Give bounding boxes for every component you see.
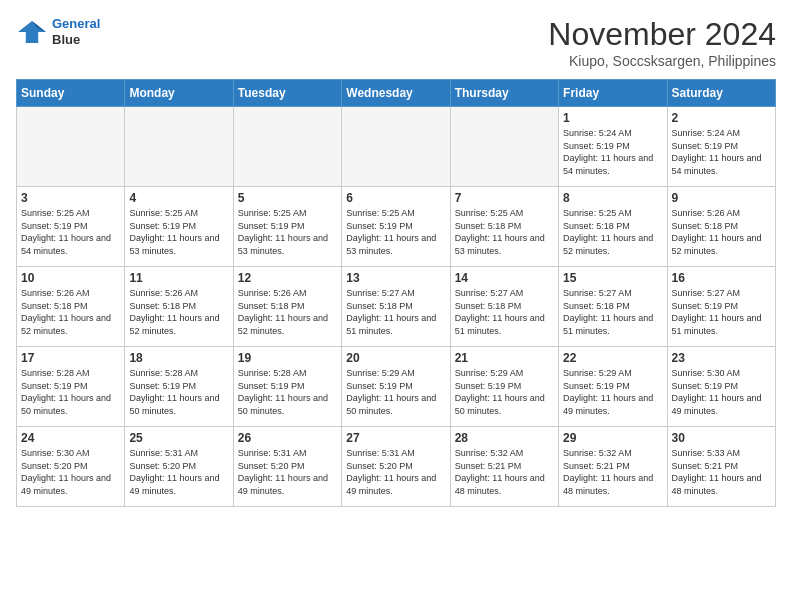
calendar-cell: 1Sunrise: 5:24 AM Sunset: 5:19 PM Daylig… xyxy=(559,107,667,187)
day-info: Sunrise: 5:27 AM Sunset: 5:18 PM Dayligh… xyxy=(346,287,445,337)
day-number: 12 xyxy=(238,271,337,285)
day-number: 26 xyxy=(238,431,337,445)
calendar-cell: 29Sunrise: 5:32 AM Sunset: 5:21 PM Dayli… xyxy=(559,427,667,507)
calendar-header-row: SundayMondayTuesdayWednesdayThursdayFrid… xyxy=(17,80,776,107)
day-number: 8 xyxy=(563,191,662,205)
calendar-cell: 13Sunrise: 5:27 AM Sunset: 5:18 PM Dayli… xyxy=(342,267,450,347)
day-info: Sunrise: 5:29 AM Sunset: 5:19 PM Dayligh… xyxy=(455,367,554,417)
day-info: Sunrise: 5:31 AM Sunset: 5:20 PM Dayligh… xyxy=(238,447,337,497)
day-number: 4 xyxy=(129,191,228,205)
day-number: 16 xyxy=(672,271,771,285)
weekday-header: Sunday xyxy=(17,80,125,107)
day-number: 11 xyxy=(129,271,228,285)
day-info: Sunrise: 5:24 AM Sunset: 5:19 PM Dayligh… xyxy=(672,127,771,177)
page-header: General Blue November 2024 Kiupo, Soccsk… xyxy=(16,16,776,69)
day-number: 27 xyxy=(346,431,445,445)
day-number: 15 xyxy=(563,271,662,285)
calendar-cell: 5Sunrise: 5:25 AM Sunset: 5:19 PM Daylig… xyxy=(233,187,341,267)
calendar-cell: 8Sunrise: 5:25 AM Sunset: 5:18 PM Daylig… xyxy=(559,187,667,267)
calendar-cell: 26Sunrise: 5:31 AM Sunset: 5:20 PM Dayli… xyxy=(233,427,341,507)
calendar-cell: 19Sunrise: 5:28 AM Sunset: 5:19 PM Dayli… xyxy=(233,347,341,427)
day-number: 29 xyxy=(563,431,662,445)
day-number: 3 xyxy=(21,191,120,205)
calendar-cell: 3Sunrise: 5:25 AM Sunset: 5:19 PM Daylig… xyxy=(17,187,125,267)
day-number: 17 xyxy=(21,351,120,365)
calendar-week-row: 24Sunrise: 5:30 AM Sunset: 5:20 PM Dayli… xyxy=(17,427,776,507)
calendar-cell xyxy=(17,107,125,187)
day-info: Sunrise: 5:28 AM Sunset: 5:19 PM Dayligh… xyxy=(129,367,228,417)
calendar-cell: 28Sunrise: 5:32 AM Sunset: 5:21 PM Dayli… xyxy=(450,427,558,507)
location-subtitle: Kiupo, Soccsksargen, Philippines xyxy=(548,53,776,69)
day-info: Sunrise: 5:25 AM Sunset: 5:19 PM Dayligh… xyxy=(129,207,228,257)
calendar-cell xyxy=(342,107,450,187)
day-number: 6 xyxy=(346,191,445,205)
calendar-cell: 14Sunrise: 5:27 AM Sunset: 5:18 PM Dayli… xyxy=(450,267,558,347)
calendar-cell: 9Sunrise: 5:26 AM Sunset: 5:18 PM Daylig… xyxy=(667,187,775,267)
day-info: Sunrise: 5:26 AM Sunset: 5:18 PM Dayligh… xyxy=(129,287,228,337)
month-title: November 2024 xyxy=(548,16,776,53)
calendar-cell: 6Sunrise: 5:25 AM Sunset: 5:19 PM Daylig… xyxy=(342,187,450,267)
calendar-cell: 22Sunrise: 5:29 AM Sunset: 5:19 PM Dayli… xyxy=(559,347,667,427)
calendar-cell: 12Sunrise: 5:26 AM Sunset: 5:18 PM Dayli… xyxy=(233,267,341,347)
day-number: 30 xyxy=(672,431,771,445)
day-number: 13 xyxy=(346,271,445,285)
calendar-cell: 21Sunrise: 5:29 AM Sunset: 5:19 PM Dayli… xyxy=(450,347,558,427)
calendar-cell: 30Sunrise: 5:33 AM Sunset: 5:21 PM Dayli… xyxy=(667,427,775,507)
day-number: 23 xyxy=(672,351,771,365)
day-number: 18 xyxy=(129,351,228,365)
day-number: 21 xyxy=(455,351,554,365)
day-info: Sunrise: 5:24 AM Sunset: 5:19 PM Dayligh… xyxy=(563,127,662,177)
day-info: Sunrise: 5:27 AM Sunset: 5:18 PM Dayligh… xyxy=(455,287,554,337)
day-info: Sunrise: 5:26 AM Sunset: 5:18 PM Dayligh… xyxy=(672,207,771,257)
day-number: 7 xyxy=(455,191,554,205)
day-info: Sunrise: 5:26 AM Sunset: 5:18 PM Dayligh… xyxy=(238,287,337,337)
day-info: Sunrise: 5:27 AM Sunset: 5:18 PM Dayligh… xyxy=(563,287,662,337)
calendar-week-row: 17Sunrise: 5:28 AM Sunset: 5:19 PM Dayli… xyxy=(17,347,776,427)
weekday-header: Tuesday xyxy=(233,80,341,107)
calendar-cell: 25Sunrise: 5:31 AM Sunset: 5:20 PM Dayli… xyxy=(125,427,233,507)
day-number: 10 xyxy=(21,271,120,285)
calendar-cell: 16Sunrise: 5:27 AM Sunset: 5:19 PM Dayli… xyxy=(667,267,775,347)
day-info: Sunrise: 5:25 AM Sunset: 5:18 PM Dayligh… xyxy=(455,207,554,257)
calendar-cell: 17Sunrise: 5:28 AM Sunset: 5:19 PM Dayli… xyxy=(17,347,125,427)
calendar-cell: 7Sunrise: 5:25 AM Sunset: 5:18 PM Daylig… xyxy=(450,187,558,267)
weekday-header: Monday xyxy=(125,80,233,107)
day-number: 24 xyxy=(21,431,120,445)
day-info: Sunrise: 5:25 AM Sunset: 5:18 PM Dayligh… xyxy=(563,207,662,257)
day-number: 14 xyxy=(455,271,554,285)
day-number: 25 xyxy=(129,431,228,445)
day-info: Sunrise: 5:31 AM Sunset: 5:20 PM Dayligh… xyxy=(346,447,445,497)
calendar-cell: 24Sunrise: 5:30 AM Sunset: 5:20 PM Dayli… xyxy=(17,427,125,507)
day-number: 19 xyxy=(238,351,337,365)
calendar-table: SundayMondayTuesdayWednesdayThursdayFrid… xyxy=(16,79,776,507)
day-info: Sunrise: 5:32 AM Sunset: 5:21 PM Dayligh… xyxy=(563,447,662,497)
day-info: Sunrise: 5:25 AM Sunset: 5:19 PM Dayligh… xyxy=(21,207,120,257)
calendar-cell: 10Sunrise: 5:26 AM Sunset: 5:18 PM Dayli… xyxy=(17,267,125,347)
calendar-cell: 15Sunrise: 5:27 AM Sunset: 5:18 PM Dayli… xyxy=(559,267,667,347)
day-number: 1 xyxy=(563,111,662,125)
day-info: Sunrise: 5:29 AM Sunset: 5:19 PM Dayligh… xyxy=(346,367,445,417)
day-info: Sunrise: 5:33 AM Sunset: 5:21 PM Dayligh… xyxy=(672,447,771,497)
day-info: Sunrise: 5:31 AM Sunset: 5:20 PM Dayligh… xyxy=(129,447,228,497)
calendar-cell: 23Sunrise: 5:30 AM Sunset: 5:19 PM Dayli… xyxy=(667,347,775,427)
day-number: 9 xyxy=(672,191,771,205)
day-info: Sunrise: 5:26 AM Sunset: 5:18 PM Dayligh… xyxy=(21,287,120,337)
day-number: 5 xyxy=(238,191,337,205)
day-info: Sunrise: 5:25 AM Sunset: 5:19 PM Dayligh… xyxy=(238,207,337,257)
weekday-header: Saturday xyxy=(667,80,775,107)
calendar-week-row: 1Sunrise: 5:24 AM Sunset: 5:19 PM Daylig… xyxy=(17,107,776,187)
day-info: Sunrise: 5:25 AM Sunset: 5:19 PM Dayligh… xyxy=(346,207,445,257)
day-info: Sunrise: 5:28 AM Sunset: 5:19 PM Dayligh… xyxy=(238,367,337,417)
day-info: Sunrise: 5:32 AM Sunset: 5:21 PM Dayligh… xyxy=(455,447,554,497)
calendar-cell xyxy=(450,107,558,187)
logo-text: General Blue xyxy=(52,16,100,47)
calendar-cell xyxy=(125,107,233,187)
calendar-cell xyxy=(233,107,341,187)
day-info: Sunrise: 5:29 AM Sunset: 5:19 PM Dayligh… xyxy=(563,367,662,417)
logo: General Blue xyxy=(16,16,100,47)
day-number: 20 xyxy=(346,351,445,365)
calendar-cell: 4Sunrise: 5:25 AM Sunset: 5:19 PM Daylig… xyxy=(125,187,233,267)
calendar-cell: 20Sunrise: 5:29 AM Sunset: 5:19 PM Dayli… xyxy=(342,347,450,427)
calendar-cell: 18Sunrise: 5:28 AM Sunset: 5:19 PM Dayli… xyxy=(125,347,233,427)
title-block: November 2024 Kiupo, Soccsksargen, Phili… xyxy=(548,16,776,69)
